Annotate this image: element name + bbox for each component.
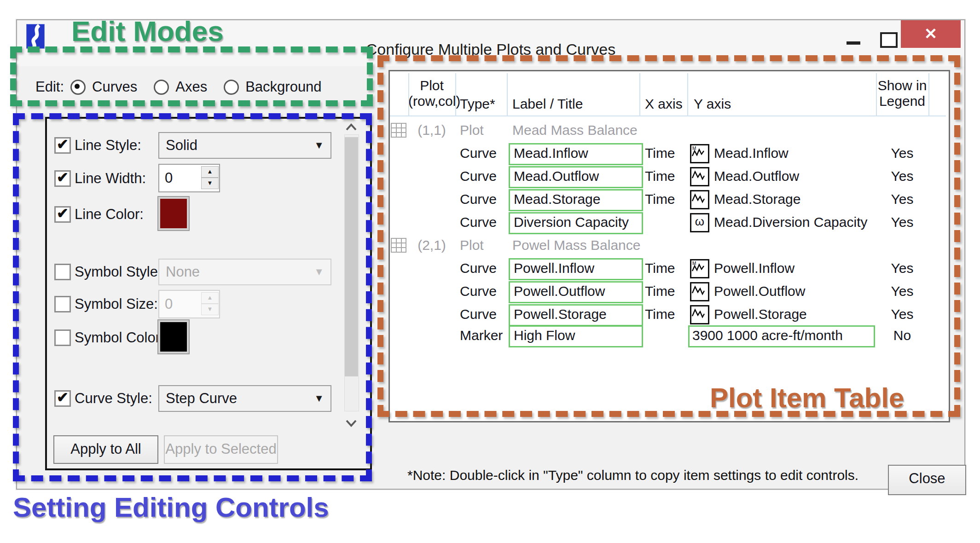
footnote: *Note: Double-click in "Type" column to …: [407, 468, 858, 483]
close-button[interactable]: Close: [888, 465, 966, 495]
setting-editing-controls-caption: Setting Editing Controls: [13, 491, 329, 523]
close-window-button[interactable]: ✕: [901, 20, 961, 48]
maximize-icon: [880, 32, 898, 48]
maximize-button[interactable]: [874, 29, 900, 50]
setting-controls-annotation-box: [13, 113, 372, 481]
screenshot-root: Configure Multiple Plots and Curves ✕ Ed…: [0, 0, 980, 543]
plot-item-table-caption: Plot Item Table: [710, 382, 904, 414]
minimize-button[interactable]: [841, 29, 867, 50]
edit-modes-caption: Edit Modes: [71, 15, 224, 47]
edit-modes-annotation-box: [10, 46, 373, 106]
plot-item-table-annotation-box: [377, 55, 960, 417]
close-x-icon: ✕: [924, 25, 938, 42]
minimize-icon: [847, 41, 860, 45]
close-button-label: Close: [909, 470, 945, 487]
